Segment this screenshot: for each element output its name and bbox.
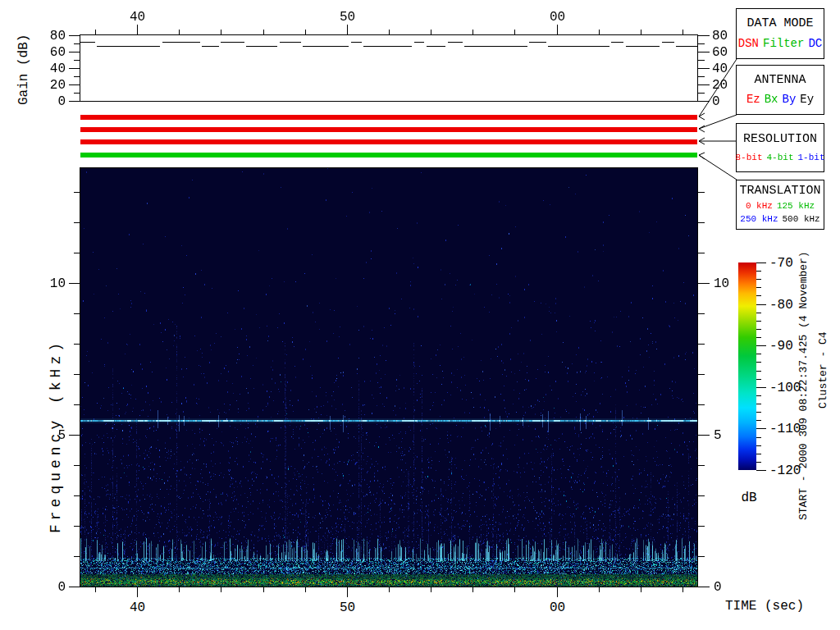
status-box-title: RESOLUTION <box>743 132 817 146</box>
gain-tick-label: 20 <box>712 78 728 93</box>
time-tick-label: 50 <box>340 600 355 615</box>
status-box-title: TRANSLATION <box>739 184 820 198</box>
option-filter: Filter <box>763 37 804 51</box>
status-box-options: DSNFilterDC <box>738 37 822 51</box>
colorbar-tick-label: -90 <box>769 339 793 354</box>
status-box-antenna: ANTENNAEzBxByEy <box>736 65 824 115</box>
gain-tick-label: 80 <box>50 29 66 43</box>
colorbar-tick-label: -70 <box>769 256 793 271</box>
option-bx: Bx <box>765 93 778 107</box>
status-bar-resolution <box>80 139 697 144</box>
freq-tick-label: 5 <box>714 428 722 443</box>
freq-tick-label: 5 <box>57 428 66 443</box>
gain-tick-label: 60 <box>712 45 728 60</box>
colorbar-tick-label: -100 <box>769 381 801 395</box>
status-box-options: 8-bit4-bit1-bit <box>735 153 824 163</box>
option-250-khz: 250 kHz <box>740 214 778 225</box>
cluster-wbd-spectrogram-display: Gain (dB) Frequency (kHz) TIME (sec) dB … <box>0 0 840 630</box>
option-by: By <box>783 93 797 107</box>
colorbar-gradient <box>738 262 756 470</box>
option-dc: DC <box>808 37 822 51</box>
time-tick-label: 00 <box>550 10 565 25</box>
gain-trace <box>80 35 697 101</box>
gain-tick-label: 20 <box>50 78 66 93</box>
option-125-khz: 125 kHz <box>777 201 815 212</box>
spectrogram-frame <box>80 167 698 587</box>
freq-left-axis-ticks <box>69 168 80 587</box>
gain-tick-label: 0 <box>57 94 66 109</box>
gain-left-axis-ticks <box>69 35 80 102</box>
gain-right-axis-ticks <box>698 35 710 102</box>
gain-top-time-ruler <box>80 0 697 35</box>
gain-axis-title: Gain (dB) <box>16 34 31 105</box>
gain-tick-label: 60 <box>50 45 66 60</box>
status-box-resolution: RESOLUTION8-bit4-bit1-bit <box>736 123 824 172</box>
gain-tick-label: 40 <box>712 62 728 76</box>
status-bar-translation <box>80 153 697 158</box>
time-tick-label: 40 <box>130 600 145 615</box>
status-box-options: 0 kHz125 kHz <box>746 201 815 212</box>
spectrogram-bottom-time-axis <box>80 587 697 604</box>
option-ey: Ey <box>800 93 814 107</box>
colorbar-tick-label: -120 <box>769 463 801 478</box>
time-tick-label: 50 <box>340 10 355 25</box>
time-tick-label: 00 <box>550 600 565 615</box>
freq-tick-label: 0 <box>714 580 722 595</box>
colorbar-unit-label: dB <box>741 491 756 505</box>
gain-tick-label: 40 <box>50 62 66 76</box>
connector-arrow-antenna <box>699 115 737 132</box>
status-box-translation: TRANSLATION0 kHz125 kHz250 kHz500 kHz <box>736 180 824 230</box>
colorbar-tick-label: -80 <box>769 298 793 313</box>
status-bar-data-mode <box>80 115 697 120</box>
option-1-bit: 1-bit <box>798 153 825 163</box>
spectrogram-canvas <box>80 168 697 587</box>
freq-right-axis-ticks <box>698 168 710 587</box>
time-tick-label: 40 <box>130 10 145 25</box>
colorbar-ticks <box>756 262 769 471</box>
status-bar-antenna <box>80 127 697 132</box>
option-500-khz: 500 kHz <box>783 214 820 225</box>
status-box-options: 250 kHz500 kHz <box>740 214 819 225</box>
option-8-bit: 8-bit <box>735 153 762 163</box>
freq-tick-label: 10 <box>714 276 729 291</box>
spacecraft-annotation: Cluster - C4 <box>817 331 829 409</box>
freq-tick-label: 10 <box>50 276 66 291</box>
colorbar-tick-label: -110 <box>769 422 801 436</box>
freq-tick-label: 0 <box>57 580 66 595</box>
option-4-bit: 4-bit <box>767 153 794 163</box>
option-dsn: DSN <box>738 37 759 51</box>
status-box-title: DATA MODE <box>746 16 813 30</box>
time-axis-title: TIME (sec) <box>725 599 804 614</box>
option-ez: Ez <box>746 93 760 107</box>
status-box-options: EzBxByEy <box>746 93 814 107</box>
connector-arrow-resolution <box>699 138 737 144</box>
option-0-khz: 0 kHz <box>746 201 773 212</box>
status-box-data-mode: DATA MODEDSNFilterDC <box>736 8 824 59</box>
status-box-title: ANTENNA <box>754 73 806 87</box>
gain-tick-label: 0 <box>712 94 720 109</box>
gain-tick-label: 80 <box>712 29 728 43</box>
